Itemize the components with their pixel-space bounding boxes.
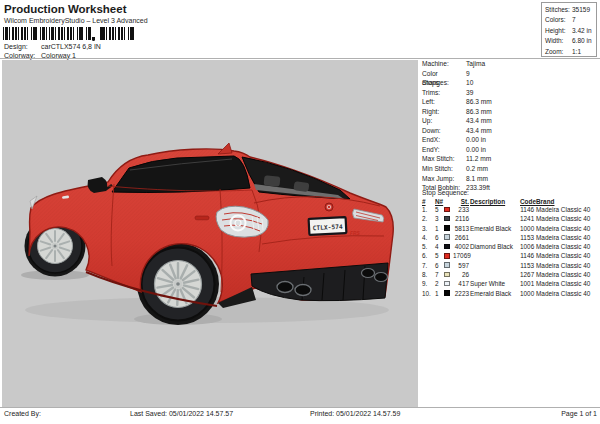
machine-info-row: Max Stitch: 11.2 mm <box>422 154 598 164</box>
stop-brand: Madeira Classic 40 <box>536 242 598 251</box>
footer-printed: Printed: 05/01/2022 14.57.59 <box>310 410 400 417</box>
machine-info-value: 8.1 mm <box>466 174 488 184</box>
thread-color-swatch <box>444 216 450 222</box>
thread-color-swatch <box>444 281 450 287</box>
summary-value: 35159 <box>572 5 590 15</box>
design-value: carCTLX574 6,8 IN <box>41 43 101 50</box>
thread-color-swatch <box>444 290 450 296</box>
stop-needle: 5 <box>435 251 444 260</box>
machine-info-label: Machine: <box>422 59 466 69</box>
summary-row: Width: 6.80 in <box>545 36 596 46</box>
stop-needle: 5 <box>435 205 444 214</box>
design-label: Design: <box>4 43 41 50</box>
machine-info-value: 9 <box>466 69 470 79</box>
design-preview-canvas: CTLX-574 FRS <box>2 60 418 407</box>
stop-stitches: 17069 <box>453 251 470 260</box>
stop-description: Super White <box>470 279 520 288</box>
summary-label: Width: <box>545 36 572 46</box>
machine-info-label: Down: <box>422 126 466 136</box>
stop-num: 10. <box>422 289 435 298</box>
machine-info-value: 86.3 mm <box>466 107 492 117</box>
machine-info-row: EndY: 0.00 in <box>422 145 598 155</box>
summary-value: 7 <box>572 15 576 25</box>
machine-info-label: EndX: <box>422 135 466 145</box>
stop-brand: Madeira Classic 40 <box>536 214 598 223</box>
trunk-emblem <box>325 203 333 211</box>
footer-created-by: Created By: <box>4 410 41 417</box>
machine-info-row: Stops: 10 <box>422 78 598 88</box>
stop-num: 3. <box>422 224 435 233</box>
machine-info-value: 43.4 mm <box>466 116 492 126</box>
machine-info-label: Max Stitch: <box>422 154 466 164</box>
stop-num: 8. <box>422 270 435 279</box>
machine-info-label: Stops: <box>422 78 466 88</box>
machine-info-value: 0.00 in <box>466 145 486 155</box>
stop-brand: Madeira Classic 40 <box>536 279 598 288</box>
stop-code: 1146 <box>520 205 536 214</box>
car-embroidery-design: CTLX-574 FRS <box>2 60 418 407</box>
stop-code: 1000 <box>520 289 536 298</box>
summary-label: Stitches: <box>545 5 572 15</box>
machine-info-row: EndX: 0.00 in <box>422 135 598 145</box>
design-barcode <box>3 27 136 40</box>
stop-stitches: 233 <box>453 205 470 214</box>
stop-needle: 7 <box>435 270 444 279</box>
stop-sequence-table: 1. 5 233 1146 Madeira Classic 40 2. 3 21… <box>422 205 598 298</box>
summary-row: Stitches: 35159 <box>545 5 596 15</box>
stop-stitches: 417 <box>453 279 470 288</box>
machine-info-row: Up: 43.4 mm <box>422 116 598 126</box>
stop-num: 9. <box>422 279 435 288</box>
machine-info-row: Right: 86.3 mm <box>422 107 598 117</box>
stop-stitches: 597 <box>453 261 470 270</box>
stop-code: 1267 <box>520 270 536 279</box>
roof-antenna-fin <box>218 143 232 154</box>
stop-num: 7. <box>422 261 435 270</box>
stop-needle: 2 <box>435 279 444 288</box>
stop-description: Diamond Black <box>470 242 520 251</box>
machine-info-value: 11.2 mm <box>466 154 491 164</box>
stop-num: 4. <box>422 233 435 242</box>
barcode-segment <box>100 27 136 40</box>
stop-num: 1. <box>422 205 435 214</box>
summary-value: 3.42 in <box>572 26 592 36</box>
barcode-segment <box>3 27 91 40</box>
machine-info-label: Max Jump: <box>422 174 466 184</box>
stop-stitches: 26 <box>453 270 470 279</box>
machine-info-row: Trims: 39 <box>422 88 598 98</box>
stop-sequence-title: Stop Sequence: <box>422 189 469 196</box>
thread-color-swatch <box>444 234 450 240</box>
machine-info-row: Max Jump: 8.1 mm <box>422 174 598 184</box>
production-worksheet-page: { "header": { "title": "Production Works… <box>0 0 600 424</box>
license-plate: CTLX-574 <box>309 217 347 235</box>
stop-num: 5. <box>422 242 435 251</box>
stop-brand: Madeira Classic 40 <box>536 261 598 270</box>
stop-code: 1006 <box>520 242 536 251</box>
machine-info-label: EndY: <box>422 145 466 155</box>
design-summary-box: Stitches: 35159 Colors: 7 Height: 3.42 i… <box>541 2 597 57</box>
model-badge: FRS <box>350 231 360 236</box>
machine-info-value: Tajima <box>466 59 485 69</box>
footer-last-saved: Last Saved: 05/01/2022 14.57.57 <box>130 410 233 417</box>
seat-headrest <box>264 175 281 187</box>
machine-info-row: Left: 86.3 mm <box>422 97 598 107</box>
machine-info-label: Up: <box>422 116 466 126</box>
page-title: Production Worksheet <box>4 3 126 15</box>
stop-stitches: 2661 <box>453 233 470 242</box>
stop-code: 1153 <box>520 261 536 270</box>
stop-brand: Madeira Classic 40 <box>536 205 598 214</box>
stop-num: 6. <box>422 251 435 260</box>
machine-info-label: Color changes: <box>422 69 466 79</box>
stop-brand: Madeira Classic 40 <box>536 270 598 279</box>
stop-needle: 6 <box>435 233 444 242</box>
machine-info-value: 39 <box>466 88 473 98</box>
exhaust-tip <box>375 273 388 282</box>
side-mirror <box>88 177 108 193</box>
stop-code: 1000 <box>520 224 536 233</box>
stop-needle: 6 <box>435 261 444 270</box>
thread-color-swatch <box>444 207 450 213</box>
summary-value: 6.80 in <box>572 36 592 46</box>
machine-info-panel: Machine: Tajima Color changes: 9 Stops: … <box>422 59 598 193</box>
design-row: Design: carCTLX574 6,8 IN <box>4 43 101 50</box>
machine-info-label: Trims: <box>422 88 466 98</box>
stop-code: 1153 <box>520 233 536 242</box>
